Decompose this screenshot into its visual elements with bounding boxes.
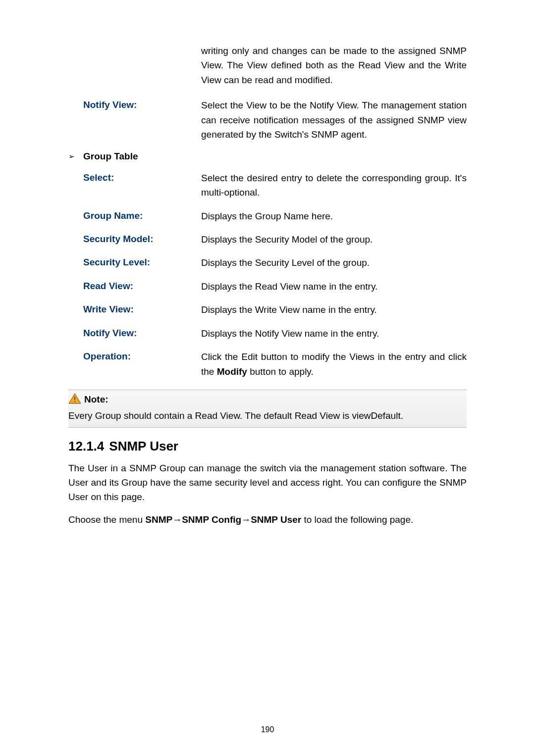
definition-label-group-name: Group Name: — [68, 209, 201, 223]
definition-row: Group Name: Displays the Group Name here… — [68, 209, 467, 223]
definition-value-group-name: Displays the Group Name here. — [201, 209, 467, 223]
definition-row: Security Level: Displays the Security Le… — [68, 255, 467, 270]
definition-value-security-level: Displays the Security Level of the group… — [201, 255, 467, 270]
definition-row: Select: Select the desired entry to dele… — [68, 171, 467, 200]
section-heading: 12.1.4SNMP User — [68, 439, 467, 454]
section-number: 12.1.4 — [68, 439, 104, 454]
definition-label-write-view: Write View: — [68, 302, 201, 317]
bullet-icon: ➢ — [68, 151, 83, 161]
definition-value-notify-view-2: Displays the Notify View name in the ent… — [201, 326, 467, 341]
definition-row: Security Model: Displays the Security Mo… — [68, 232, 467, 247]
paragraph-2-bold: SNMP→SNMP Config→SNMP User — [145, 514, 301, 525]
definition-value-read-view: Displays the Read View name in the entry… — [201, 279, 467, 294]
page-number: 190 — [0, 725, 535, 734]
definition-row: Operation: Click the Edit button to modi… — [68, 350, 467, 379]
definition-label-read-view: Read View: — [68, 279, 201, 294]
definition-label-security-model: Security Model: — [68, 232, 201, 247]
note-text: Every Group should contain a Read View. … — [68, 409, 467, 423]
definition-value-notify-view: Select the View to be the Notify View. T… — [201, 98, 467, 142]
section-title: SNMP User — [109, 439, 178, 454]
warning-icon — [68, 393, 81, 406]
note-header: Note: — [68, 393, 467, 406]
definition-row: Write View: Displays the Write View name… — [68, 302, 467, 317]
definition-row: Notify View: Displays the Notify View na… — [68, 326, 467, 341]
intro-continuation-text: writing only and changes can be made to … — [201, 44, 467, 87]
paragraph-2-suffix: to load the following page. — [301, 514, 413, 525]
definition-value-select: Select the desired entry to delete the c… — [201, 171, 467, 200]
definition-label-select: Select: — [68, 171, 201, 185]
definition-value-write-view: Displays the Write View name in the entr… — [201, 302, 467, 317]
document-page: writing only and changes can be made to … — [0, 0, 535, 756]
paragraph-2-prefix: Choose the menu — [68, 514, 145, 525]
definition-row: Read View: Displays the Read View name i… — [68, 279, 467, 294]
definition-value-operation: Click the Edit button to modify the View… — [201, 350, 467, 379]
definition-label-security-level: Security Level: — [68, 255, 201, 270]
definition-label-operation: Operation: — [68, 350, 201, 364]
definition-label-notify-view: Notify View: — [68, 98, 201, 112]
definition-label-notify-view-2: Notify View: — [68, 326, 201, 341]
note-label: Note: — [84, 394, 108, 405]
paragraph-2: Choose the menu SNMP→SNMP Config→SNMP Us… — [68, 512, 467, 527]
svg-rect-1 — [74, 397, 75, 400]
paragraph-1: The User in a SNMP Group can manage the … — [68, 461, 467, 504]
group-table-heading: Group Table — [83, 151, 138, 162]
definition-value-security-model: Displays the Security Model of the group… — [201, 232, 467, 247]
group-table-heading-row: ➢ Group Table — [68, 151, 467, 162]
note-box: Note: Every Group should contain a Read … — [68, 390, 467, 428]
svg-rect-2 — [74, 401, 75, 402]
definition-row: Notify View: Select the View to be the N… — [68, 98, 467, 142]
